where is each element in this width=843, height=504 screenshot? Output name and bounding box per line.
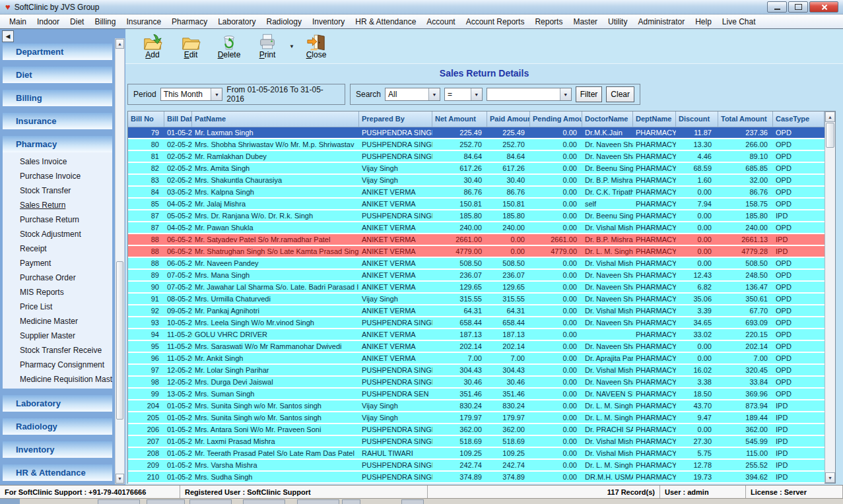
table-row[interactable]: 20501-05-2016Mrs. Sunita Singh w/o Mr. S…: [128, 412, 825, 424]
scroll-up-icon[interactable]: ▲: [825, 111, 835, 122]
search-field-select[interactable]: All ▼: [385, 88, 440, 101]
table-row[interactable]: 8806-05-2016Mr. Naveen PandeyANIKET VERM…: [128, 258, 825, 270]
print-options-dropdown[interactable]: ▼: [287, 33, 297, 59]
menu-item-administrator[interactable]: Administrator: [632, 16, 690, 28]
menu-item-indoor[interactable]: Indoor: [32, 16, 65, 28]
menu-item-master[interactable]: Master: [568, 16, 603, 28]
column-header-case-type[interactable]: CaseType: [773, 111, 825, 127]
close-window-button[interactable]: [809, 1, 838, 13]
clear-button[interactable]: Clear: [606, 86, 634, 102]
table-row[interactable]: 8907-05-2016Mrs. Mana SinghANIKET VERMA2…: [128, 270, 825, 282]
menu-item-laboratory[interactable]: Laboratory: [213, 16, 261, 28]
sidebar-collapse-button[interactable]: ◀: [2, 30, 14, 42]
sidebar-scrollbar[interactable]: ▲ ▼: [115, 38, 125, 484]
filter-button[interactable]: Filter: [576, 86, 603, 102]
sidebar-item-supplier-master[interactable]: Supplier Master: [3, 329, 112, 343]
scroll-up-icon[interactable]: ▲: [116, 39, 124, 49]
column-header-paid-amount[interactable]: Paid Amount: [487, 111, 530, 127]
table-row[interactable]: 9411-05-2016GOLU VHRC DRIVERANIKET VERMA…: [128, 329, 825, 341]
table-row[interactable]: 21001-05-2016Mrs. Sudha SinghPUSHPENDRA …: [128, 472, 825, 484]
column-header-bill-no[interactable]: Bill No: [128, 111, 164, 127]
table-row[interactable]: 9108-05-2016Mrs. Urmilla ChaturvediVijay…: [128, 294, 825, 305]
column-header-dept-name[interactable]: DeptName: [633, 111, 676, 127]
column-header-doctor-name[interactable]: DoctorName: [582, 111, 633, 127]
delete-button[interactable]: Delete: [210, 30, 248, 62]
menu-item-insurance[interactable]: Insurance: [121, 16, 166, 28]
table-row[interactable]: 8202-05-2016Mrs. Amita SinghVijay Singh6…: [128, 163, 825, 175]
table-row[interactable]: 8403-05-2016Mrs. Kalpna SinghANIKET VERM…: [128, 187, 825, 199]
table-row[interactable]: 9511-05-2016Mrs. Saraswati W/o Mr Ramman…: [128, 341, 825, 353]
sidebar-item-mis-reports[interactable]: MIS Reports: [3, 285, 112, 299]
table-row[interactable]: 20701-05-2016Mr. Laxmi Prasad MishraPUSH…: [128, 436, 825, 448]
sidebar-item-stock-adjustment[interactable]: Stock Adjustment: [3, 227, 112, 241]
table-row[interactable]: 9310-05-2016Mrs. Leela Singh W/o Mr.vino…: [128, 317, 825, 329]
table-row[interactable]: 20901-05-2016Mrs. Varsha MishraPUSHPENDR…: [128, 460, 825, 472]
menu-item-account-reports[interactable]: Account Reports: [461, 16, 530, 28]
menu-item-billing[interactable]: Billing: [89, 16, 121, 28]
grid-scrollbar[interactable]: ▲ ▼: [825, 111, 835, 483]
period-select[interactable]: This Month ▼: [160, 88, 223, 101]
sidebar-section-radiology[interactable]: Radiology: [3, 418, 112, 435]
close-button[interactable]: Close: [297, 30, 335, 62]
sidebar-section-insurance[interactable]: Insurance: [3, 113, 112, 129]
menu-item-utility[interactable]: Utility: [603, 16, 632, 28]
table-row[interactable]: 7901-05-2016Mr. Laxman SinghPUSHPENDRA S…: [128, 127, 825, 139]
sidebar-scrollbar-thumb[interactable]: [116, 261, 123, 420]
print-button[interactable]: Print: [248, 30, 287, 62]
sidebar-item-medicine-requisition-mast[interactable]: Medicine Requisition Mast: [3, 372, 112, 387]
scroll-down-icon[interactable]: ▼: [825, 472, 835, 483]
menu-item-main[interactable]: Main: [4, 16, 32, 28]
table-row[interactable]: 8504-05-2016Mr. Jalaj MishraANIKET VERMA…: [128, 199, 825, 210]
operator-select[interactable]: = ▼: [444, 88, 483, 101]
column-header-pat-name[interactable]: PatName: [192, 111, 359, 127]
sidebar-item-purchase-order[interactable]: Purchase Order: [3, 270, 112, 285]
sidebar-item-sales-return[interactable]: Sales Return: [3, 198, 112, 212]
menu-item-reports[interactable]: Reports: [529, 16, 568, 28]
column-header-prepared-by[interactable]: Prepared By: [359, 111, 432, 127]
menu-item-diet[interactable]: Diet: [65, 16, 89, 28]
table-row[interactable]: 20801-05-2016Mr. Teerath Prasad Patel S/…: [128, 448, 825, 460]
sidebar-item-purchase-return[interactable]: Purchase Return: [3, 212, 112, 227]
menu-item-pharmacy[interactable]: Pharmacy: [166, 16, 213, 28]
sidebar-item-purchase-invoice[interactable]: Purchase Invoice: [3, 169, 112, 183]
table-row[interactable]: 20401-05-2016Mrs. Sunita Singh w/o Mr. S…: [128, 400, 825, 412]
sidebar-section-inventory[interactable]: Inventory: [3, 441, 112, 458]
table-row[interactable]: 8806-05-2016Mr. Satyadev Patel S/o Mr.ra…: [128, 234, 825, 246]
sidebar-section-department[interactable]: Department: [3, 44, 112, 60]
table-row[interactable]: 20601-05-2016Mrs. Antara Soni W/o Mr. Pr…: [128, 424, 825, 436]
sidebar-section-pharmacy[interactable]: Pharmacy: [3, 136, 112, 152]
table-row[interactable]: 8002-05-2016Mrs. Shobha Shriwastav W/o M…: [128, 139, 825, 151]
table-row[interactable]: 8302-05-2016Mrs. Shakuntla ChaurasiyaVij…: [128, 175, 825, 187]
menu-item-radiology[interactable]: Radiology: [261, 16, 307, 28]
add-button[interactable]: Add: [133, 30, 172, 62]
grid-scrollbar-thumb[interactable]: [826, 123, 834, 148]
scroll-down-icon[interactable]: ▼: [116, 474, 124, 484]
column-header-discount[interactable]: Discount: [676, 111, 718, 127]
sidebar-section-hr-attendance[interactable]: HR & Attendance: [3, 464, 112, 481]
sidebar-item-stock-transfer-receive[interactable]: Stock Transfer Receive: [3, 343, 112, 358]
column-header-net-amount[interactable]: Net Amount: [432, 111, 487, 127]
table-row[interactable]: 8704-05-2016Mr. Pawan ShuklaANIKET VERMA…: [128, 222, 825, 234]
sidebar-section-diet[interactable]: Diet: [3, 67, 112, 83]
sidebar-item-receipt[interactable]: Receipt: [3, 241, 112, 256]
sidebar-section-billing[interactable]: Billing: [3, 90, 112, 106]
maximize-button[interactable]: [788, 1, 808, 13]
table-row[interactable]: 9812-05-2016Mrs. Durga Devi JaiswalPUSHP…: [128, 377, 825, 389]
column-header-bill-date[interactable]: Bill Date: [164, 111, 192, 127]
menu-item-account[interactable]: Account: [421, 16, 460, 28]
table-row[interactable]: 9611-05-2016Mr. Ankit SinghANIKET VERMA7…: [128, 353, 825, 365]
table-row[interactable]: 8102-05-2016Mr. Ramlakhan DubeyPUSHPENDR…: [128, 151, 825, 163]
table-row[interactable]: 9913-05-2016Mrs. Suman SinghPUSHPENDRA S…: [128, 389, 825, 400]
table-row[interactable]: 9209-05-2016Mr. Pankaj AgnihotriANIKET V…: [128, 305, 825, 317]
table-row[interactable]: 9007-05-2016Mr. Jawahar Lal Sharma S/o. …: [128, 282, 825, 294]
column-header-total-amount[interactable]: Total Amount: [718, 111, 773, 127]
table-row[interactable]: 9712-05-2016Mr. Lolar Singh PariharPUSHP…: [128, 365, 825, 377]
sidebar-item-price-list[interactable]: Price List: [3, 299, 112, 314]
sidebar-item-payment[interactable]: Payment: [3, 256, 112, 270]
menu-item-live-chat[interactable]: Live Chat: [717, 16, 761, 28]
sidebar-item-medicine-master[interactable]: Medicine Master: [3, 314, 112, 329]
sidebar-item-sales-invoice[interactable]: Sales Invoice: [3, 154, 112, 169]
menu-item-help[interactable]: Help: [690, 16, 717, 28]
menu-item-inventory[interactable]: Inventory: [307, 16, 350, 28]
sidebar-item-pharmacy-consignment[interactable]: Pharmacy Consignment: [3, 358, 112, 372]
